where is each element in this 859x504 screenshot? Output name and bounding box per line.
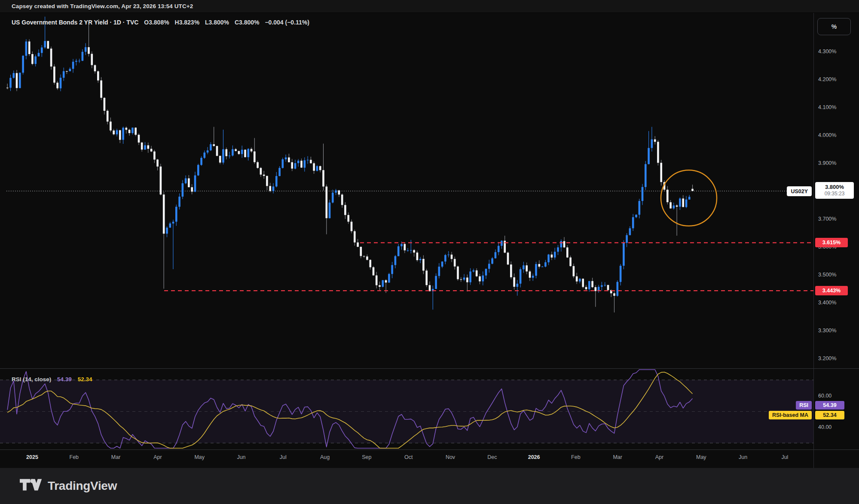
ohlc-low: L3.800% (205, 19, 229, 26)
time-tick: Jul (781, 454, 788, 460)
rsi-tick-60: 60.00 (818, 392, 831, 400)
time-tick: Jun (739, 454, 747, 460)
ohlc-high: H3.823% (175, 19, 200, 26)
level-badge-3443: 3.443% (815, 286, 848, 295)
tradingview-logo-icon[interactable] (20, 478, 42, 494)
snapshot-header: Capsey created with TradingView.com, Apr… (0, 0, 859, 13)
symbol-title: US Government Bonds 2 YR Yield · 1D · TV… (12, 19, 138, 26)
symbol-price-line-label: US02Y (787, 186, 812, 196)
price-tick: 3.300% (818, 327, 836, 334)
time-tick: Feb (571, 454, 581, 460)
footer-bar: TradingView (0, 468, 859, 504)
time-tick: Jun (237, 454, 245, 460)
main-legend: US Government Bonds 2 YR Yield · 1D · TV… (12, 19, 313, 26)
rsi-value-badge: 54.39 (815, 401, 844, 410)
rsi-legend-value: 54.39 (57, 376, 72, 383)
price-tick: 3.400% (818, 299, 836, 307)
rsi-tick-40: 40.00 (818, 423, 831, 431)
price-tick: 3.500% (818, 271, 836, 279)
price-tick: 4.300% (818, 48, 836, 55)
rsi-legend-title: RSI (14, close) (12, 376, 51, 383)
rsi-line-label: RSI (796, 401, 812, 410)
price-axis[interactable]: % 60.00 40.00 4.300%4.200%4.100%4.000%3.… (814, 13, 859, 449)
last-price-value: 3.800% (815, 183, 854, 191)
rsi-ma-legend-value: 52.34 (78, 376, 92, 383)
time-tick: Feb (70, 454, 79, 460)
rsi-indicator-pane[interactable] (0, 368, 813, 449)
time-tick: May (696, 454, 706, 460)
bar-countdown: 09:35:23 (815, 191, 854, 197)
snapshot-credit-text: Capsey created with TradingView.com, Apr… (12, 3, 193, 9)
percent-unit-button[interactable]: % (817, 18, 851, 35)
time-tick: 2025 (26, 454, 38, 460)
time-tick: Aug (320, 454, 330, 460)
time-tick: Nov (446, 454, 455, 460)
price-tick: 3.700% (818, 215, 836, 223)
price-tick: 3.200% (818, 355, 836, 362)
time-tick: Mar (613, 454, 622, 460)
time-axis[interactable]: 2025FebMarAprMayJunJulAugSepOctNovDec202… (0, 450, 813, 468)
change-value: −0.004 (−0.11%) (265, 19, 309, 26)
time-tick: Jul (280, 454, 287, 460)
last-price-badge: 3.800% 09:35:23 (815, 182, 854, 199)
time-tick: Sep (362, 454, 371, 460)
time-tick: Mar (111, 454, 121, 460)
chart-area[interactable]: US Government Bonds 2 YR Yield · 1D · TV… (0, 13, 859, 468)
level-badge-3615: 3.615% (815, 238, 848, 247)
pane-separator[interactable] (0, 368, 859, 369)
price-tick: 4.000% (818, 131, 836, 139)
time-tick: Dec (487, 454, 497, 460)
rsi-legend: RSI (14, close) 54.39 52.34 (12, 376, 92, 383)
main-price-pane[interactable] (0, 13, 813, 368)
rsi-ma-value-badge: 52.34 (815, 411, 844, 419)
price-tick: 4.100% (818, 103, 836, 111)
price-tick: 3.900% (818, 159, 836, 167)
time-tick: Apr (655, 454, 663, 460)
ohlc-close: C3.800% (235, 19, 260, 26)
ohlc-open: O3.808% (144, 19, 169, 26)
rsi-ma-line-label: RSI-based MA (769, 411, 812, 419)
time-tick: May (194, 454, 205, 460)
time-tick: Apr (153, 454, 162, 460)
time-tick: 2026 (528, 454, 540, 460)
tradingview-wordmark[interactable]: TradingView (48, 479, 117, 493)
price-tick: 4.200% (818, 76, 836, 83)
time-tick: Oct (404, 454, 413, 460)
